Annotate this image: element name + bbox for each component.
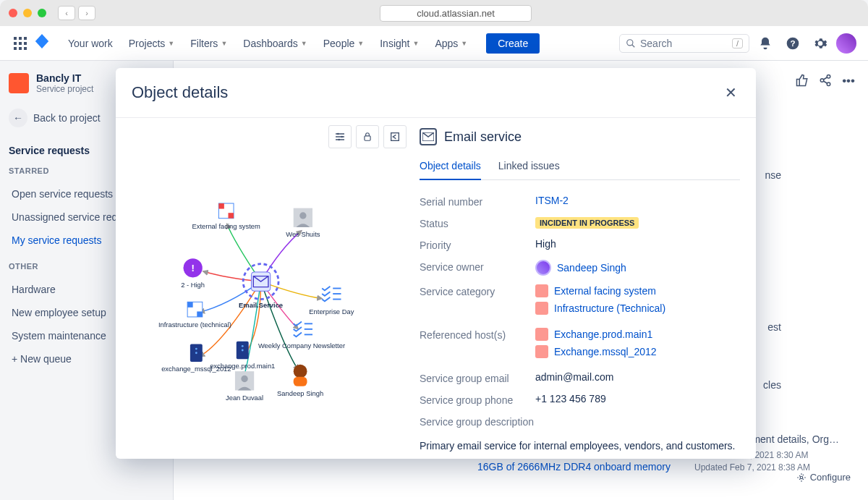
field-label: Service group phone [420,393,535,406]
bg-text: cles [763,379,781,391]
user-avatar[interactable] [836,33,856,54]
svg-line-10 [632,44,635,47]
description-text: Primary email service for internal emplo… [420,439,740,454]
host-link[interactable]: Exchange.prod.main1 [554,329,652,340]
graph-pane[interactable]: Email.Service External facing system Wes… [116,118,420,459]
svg-text:exchange_mssql_2012: exchange_mssql_2012 [161,365,231,373]
settings-icon[interactable] [809,32,832,55]
svg-rect-7 [19,47,22,50]
back-arrow-icon: ← [9,109,27,127]
gear-icon [796,473,807,483]
graph-filter-icon[interactable] [328,125,352,148]
url-bar[interactable]: cloud.atlassian.net [380,5,532,22]
create-button[interactable]: Create [486,33,540,54]
svg-point-57 [195,348,197,350]
help-icon[interactable]: ? [781,32,804,55]
object-title: Email service [444,130,522,145]
svg-text:Email.Service: Email.Service [239,301,283,309]
app-header: Your work Projects▼ Filters▼ Dashboards▼… [0,26,868,61]
nav-insight[interactable]: Insight▼ [373,33,426,54]
graph-node-newsletter: Weekly Company Newsletter [258,322,345,350]
field-label: Status [420,216,535,229]
svg-text:Jean Duvaal: Jean Duvaal [226,394,263,402]
more-icon[interactable]: ••• [842,74,855,90]
search-input[interactable]: Search / [619,34,749,53]
window-controls[interactable] [9,9,46,17]
like-icon[interactable] [796,74,809,90]
owner-avatar [535,260,551,276]
updated-text: Updated Feb 7, 2021 8:38 AM [694,462,810,473]
search-icon [626,38,636,48]
svg-point-9 [627,39,633,45]
svg-rect-64 [294,377,307,386]
browser-titlebar: ‹ › cloud.atlassian.net [0,0,868,26]
graph-node-wes: Wes Shuits [286,208,320,238]
nav-projects[interactable]: Projects▼ [122,33,182,54]
share-icon[interactable] [819,74,832,90]
nav-your-work[interactable]: Your work [61,33,120,54]
tab-object-details[interactable]: Object details [420,156,481,180]
graph-node-ext: External facing system [192,203,260,230]
browser-back[interactable]: ‹ [58,6,75,20]
nav-apps[interactable]: Apps▼ [427,33,475,54]
svg-text:External facing system: External facing system [192,222,260,230]
svg-rect-6 [14,47,17,50]
lock-icon[interactable] [356,125,379,148]
nav-filters[interactable]: Filters▼ [183,33,234,54]
svg-point-61 [241,376,247,382]
field-label: Service group description [420,415,535,428]
configure-link[interactable]: Configure [796,472,851,483]
owner-link[interactable]: Sandeep Singh [557,262,626,274]
nav-dashboards[interactable]: Dashboards▼ [236,33,314,54]
svg-point-18 [800,476,803,479]
tab-linked-issues[interactable]: Linked issues [498,156,560,179]
project-name: Bancly IT [36,72,93,84]
serial-link[interactable]: ITSM-2 [535,195,740,206]
project-icon [9,73,29,93]
close-icon[interactable]: ✕ [722,81,740,104]
host-swatch [535,328,548,341]
object-details-modal: Object details ✕ [116,68,756,459]
notifications-icon[interactable] [754,32,777,55]
svg-rect-5 [24,42,27,45]
bg-text: est [767,321,781,333]
relationship-graph[interactable]: Email.Service External facing system Wes… [123,125,412,452]
svg-rect-31 [218,203,224,209]
search-shortcut: / [732,38,743,48]
svg-rect-4 [19,42,22,45]
priority-value: High [535,238,740,250]
category-link[interactable]: External facing system [554,285,656,297]
expand-icon[interactable] [383,125,407,148]
svg-rect-41 [187,302,193,308]
host-link[interactable]: Exchange.mssql_2012 [554,346,657,357]
status-badge: INCIDENT IN PROGRESS [535,217,639,229]
graph-node-priority: !2 - High [181,258,205,288]
category-swatch [535,284,548,297]
details-pane: Email service Object details Linked issu… [420,118,756,459]
svg-rect-42 [197,311,203,317]
jira-logo-icon[interactable] [35,34,49,52]
svg-point-35 [299,212,306,219]
svg-text:Infrastructure (technical): Infrastructure (technical) [158,321,231,329]
project-type: Service project [36,84,93,94]
svg-rect-32 [229,213,234,219]
category-link[interactable]: Infrastructure (Technical) [554,302,665,314]
field-label: Service category [420,284,535,297]
svg-point-58 [195,352,197,354]
memory-link[interactable]: 16GB of 2666MHz DDR4 onboard memory [477,461,671,473]
phone-value: +1 123 456 789 [535,393,740,404]
svg-point-63 [294,365,307,378]
svg-point-23 [341,136,343,138]
svg-text:Sandeep Singh: Sandeep Singh [277,389,323,397]
app-switcher-icon[interactable] [12,35,29,52]
svg-line-17 [823,81,827,84]
nav-people[interactable]: People▼ [316,33,372,54]
svg-rect-25 [365,136,370,140]
svg-text:!: ! [191,263,194,274]
browser-forward[interactable]: › [78,6,95,20]
graph-node-enterprise: Enterprise Day [309,287,354,316]
svg-rect-3 [14,42,17,45]
graph-node-infra: Infrastructure (technical) [158,302,231,329]
email-value: admin@mail.com [535,371,740,383]
graph-node-jean: Jean Duvaal [226,371,263,401]
